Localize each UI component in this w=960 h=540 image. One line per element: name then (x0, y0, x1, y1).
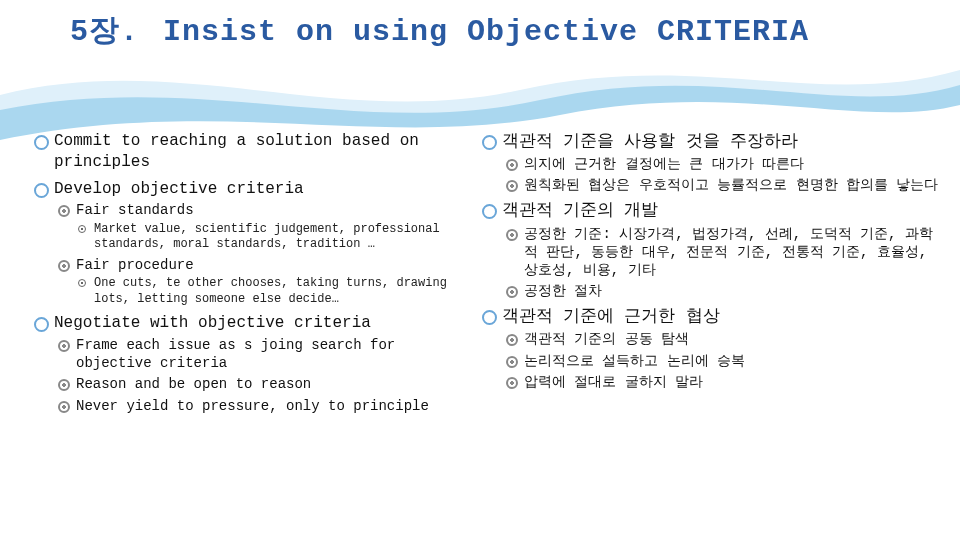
list-item: Frame each issue as s joing search for o… (54, 336, 470, 372)
item-text: Frame each issue as s joing search for o… (76, 337, 395, 371)
right-column: 객관적 기준을 사용할 것을 주장하라 의지에 근거한 결정에는 큰 대가가 따… (478, 131, 940, 421)
item-text: Reason and be open to reason (76, 376, 311, 392)
item-text: 의지에 근거한 결정에는 큰 대가가 따른다 (524, 156, 804, 172)
item-text: Market value, scientific judgement, prof… (94, 222, 440, 252)
slide-title-bar: 5장. Insist on using Objective CRITERIA (0, 0, 960, 51)
list-item: Never yield to pressure, only to princip… (54, 397, 470, 415)
item-text: Fair standards (76, 202, 194, 218)
list-item: 객관적 기준을 사용할 것을 주장하라 의지에 근거한 결정에는 큰 대가가 따… (478, 131, 940, 194)
item-text: 논리적으로 설득하고 논리에 승복 (524, 353, 745, 369)
list-item: 객관적 기준의 공동 탐색 (502, 330, 940, 348)
item-text: 객관적 기준의 개발 (502, 201, 658, 220)
list-item: 공정한 기준: 시장가격, 법정가격, 선례, 도덕적 기준, 과학적 판단, … (502, 225, 940, 280)
list-item: 객관적 기준에 근거한 협상 객관적 기준의 공동 탐색 논리적으로 설득하고 … (478, 306, 940, 391)
page-title: Insist on using Objective CRITERIA (163, 15, 809, 49)
item-text: 객관적 기준의 공동 탐색 (524, 331, 689, 347)
list-item: Fair standards Market value, scientific … (54, 201, 470, 252)
slide-content: Commit to reaching a solution based on p… (0, 51, 960, 421)
list-item: Market value, scientific judgement, prof… (76, 222, 470, 253)
item-text: One cuts, te other chooses, taking turns… (94, 276, 447, 306)
item-text: Develop objective criteria (54, 180, 304, 198)
list-item: Commit to reaching a solution based on p… (30, 131, 470, 173)
list-item: Reason and be open to reason (54, 375, 470, 393)
item-text: Commit to reaching a solution based on p… (54, 132, 419, 171)
item-text: Fair procedure (76, 257, 194, 273)
item-text: 원칙화된 협상은 우호적이고 능률적으로 현명한 합의를 낳는다 (524, 177, 938, 193)
list-item: 압력에 절대로 굴하지 말라 (502, 373, 940, 391)
list-item: Fair procedure One cuts, te other choose… (54, 256, 470, 307)
list-item: 공정한 절차 (502, 282, 940, 300)
list-item: 원칙화된 협상은 우호적이고 능률적으로 현명한 합의를 낳는다 (502, 176, 940, 194)
list-item: 논리적으로 설득하고 논리에 승복 (502, 352, 940, 370)
list-item: Develop objective criteria Fair standard… (30, 179, 470, 308)
item-text: 객관적 기준에 근거한 협상 (502, 307, 720, 326)
item-text: Negotiate with objective criteria (54, 314, 371, 332)
item-text: 객관적 기준을 사용할 것을 주장하라 (502, 132, 798, 151)
chapter-label: 5장. (70, 10, 139, 51)
list-item: 객관적 기준의 개발 공정한 기준: 시장가격, 법정가격, 선례, 도덕적 기… (478, 200, 940, 300)
list-item: One cuts, te other chooses, taking turns… (76, 276, 470, 307)
item-text: Never yield to pressure, only to princip… (76, 398, 429, 414)
item-text: 공정한 절차 (524, 283, 602, 299)
item-text: 압력에 절대로 굴하지 말라 (524, 374, 703, 390)
left-column: Commit to reaching a solution based on p… (30, 131, 470, 421)
list-item: Negotiate with objective criteria Frame … (30, 313, 470, 415)
list-item: 의지에 근거한 결정에는 큰 대가가 따른다 (502, 155, 940, 173)
item-text: 공정한 기준: 시장가격, 법정가격, 선례, 도덕적 기준, 과학적 판단, … (524, 226, 933, 278)
